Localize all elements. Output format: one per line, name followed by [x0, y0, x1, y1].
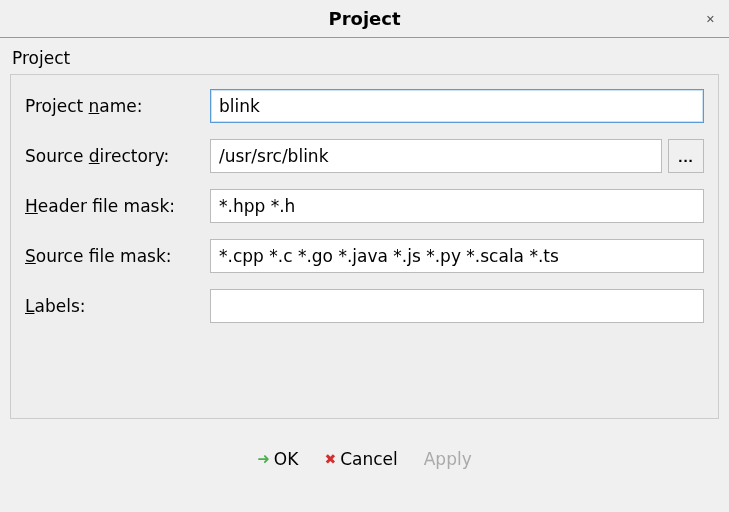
row-project-name: Project name:: [25, 89, 704, 123]
ok-button[interactable]: ➜ OK: [255, 445, 300, 473]
button-bar: ➜ OK ✖ Cancel Apply: [10, 419, 719, 473]
ok-icon: ➜: [257, 450, 270, 468]
titlebar: Project ✕: [0, 0, 729, 38]
row-header-mask: Header file mask:: [25, 189, 704, 223]
label-source-directory: Source directory:: [25, 146, 210, 166]
row-source-directory: Source directory: ...: [25, 139, 704, 173]
label-project-name: Project name:: [25, 96, 210, 116]
source-directory-input[interactable]: [210, 139, 662, 173]
group-title: Project: [10, 48, 719, 68]
label-labels: Labels:: [25, 296, 210, 316]
apply-button: Apply: [422, 445, 474, 473]
project-name-input[interactable]: [210, 89, 704, 123]
dialog-content: Project Project name: Source directory: …: [0, 38, 729, 473]
ok-button-label: OK: [274, 449, 299, 469]
header-mask-input[interactable]: [210, 189, 704, 223]
close-icon[interactable]: ✕: [702, 10, 719, 27]
project-group: Project name: Source directory: ... Head…: [10, 74, 719, 419]
apply-button-label: Apply: [424, 449, 472, 469]
row-labels: Labels:: [25, 289, 704, 323]
source-mask-input[interactable]: [210, 239, 704, 273]
row-source-mask: Source file mask:: [25, 239, 704, 273]
label-header-mask: Header file mask:: [25, 196, 210, 216]
cancel-button-label: Cancel: [340, 449, 398, 469]
cancel-button[interactable]: ✖ Cancel: [322, 445, 399, 473]
browse-button[interactable]: ...: [668, 139, 704, 173]
label-source-mask: Source file mask:: [25, 246, 210, 266]
labels-input[interactable]: [210, 289, 704, 323]
cancel-icon: ✖: [324, 451, 336, 467]
window-title: Project: [328, 8, 400, 29]
